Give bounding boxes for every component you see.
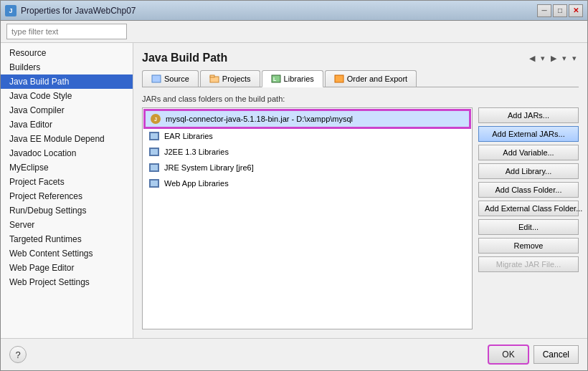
action-btn-7[interactable]: Remove <box>478 238 579 254</box>
list-item-4[interactable]: Web App Libraries <box>144 175 470 191</box>
tab-label-3: Order and Export <box>347 74 407 83</box>
list-item-1[interactable]: EAR Libraries <box>144 128 470 144</box>
sidebar-item-1[interactable]: Builders <box>1 60 133 74</box>
nav-dropdown2[interactable]: ▾ <box>560 52 569 64</box>
tab-label-2: Libraries <box>284 74 314 83</box>
list-item-label-2: J2EE 1.3 Libraries <box>164 148 229 156</box>
nav-menu[interactable]: ▾ <box>570 52 579 64</box>
tab-order-and-export[interactable]: Order and Export <box>325 70 417 87</box>
sidebar-list: ResourceBuildersJava Build PathJava Code… <box>1 46 133 289</box>
sidebar-item-10[interactable]: Project References <box>1 189 133 203</box>
tab-label-0: Source <box>164 74 189 83</box>
list-item-label-4: Web App Libraries <box>164 179 229 188</box>
lib-icon-2 <box>148 146 160 158</box>
tab-label-1: Projects <box>222 74 251 83</box>
action-btn-5[interactable]: Add External Class Folder... <box>478 201 579 216</box>
sidebar-item-15[interactable]: Web Page Editor <box>1 261 133 275</box>
svg-rect-7 <box>151 133 158 139</box>
bottom-bar: ? OK Cancel <box>1 338 587 370</box>
list-item-3[interactable]: JRE System Library [jre6] <box>144 160 470 175</box>
action-btn-6[interactable]: Edit... <box>478 219 579 235</box>
sidebar-item-12[interactable]: Server <box>1 218 133 232</box>
panel-body: Jmysql-connector-java-5.1.18-bin.jar - D… <box>142 107 579 329</box>
buttons-panel: Add JARs...Add External JARs...Add Varia… <box>478 107 579 329</box>
search-bar <box>1 21 587 43</box>
list-item-label-3: JRE System Library [jre6] <box>164 163 254 172</box>
search-input[interactable] <box>6 24 127 39</box>
action-btn-2[interactable]: Add Variable... <box>478 145 579 160</box>
cancel-button[interactable]: Cancel <box>534 345 579 364</box>
sidebar-item-9[interactable]: Project Facets <box>1 175 133 189</box>
list-item-0[interactable]: Jmysql-connector-java-5.1.18-bin.jar - D… <box>144 110 470 128</box>
library-list[interactable]: Jmysql-connector-java-5.1.18-bin.jar - D… <box>142 107 473 329</box>
action-btn-8: Migrate JAR File... <box>478 256 579 272</box>
libraries-tab-icon: L <box>271 74 281 84</box>
sidebar-item-0[interactable]: Resource <box>1 46 133 60</box>
svg-rect-9 <box>151 149 158 155</box>
action-btn-1[interactable]: Add External JARs... <box>478 126 579 142</box>
sidebar-item-4[interactable]: Java Compiler <box>1 103 133 117</box>
ok-button[interactable]: OK <box>488 344 528 365</box>
sidebar: ResourceBuildersJava Build PathJava Code… <box>1 43 133 338</box>
sidebar-item-3[interactable]: Java Code Style <box>1 89 133 103</box>
tab-libraries[interactable]: LLibraries <box>262 70 323 87</box>
content-area: ResourceBuildersJava Build PathJava Code… <box>1 43 587 338</box>
nav-back[interactable]: ◀ <box>527 52 537 64</box>
nav-arrows: ◀ ▾ ▶ ▾ ▾ <box>527 52 579 64</box>
title-bar: J Properties for JavaWebChp07 ─ □ ✕ <box>1 1 587 21</box>
sidebar-item-13[interactable]: Targeted Runtimes <box>1 232 133 246</box>
source-tab-icon <box>151 74 161 84</box>
lib-icon-4 <box>148 178 160 189</box>
sidebar-item-8[interactable]: MyEclipse <box>1 160 133 175</box>
minimize-button[interactable]: ─ <box>537 4 551 17</box>
window-title: Properties for JavaWebChp07 <box>21 6 537 16</box>
tab-source[interactable]: Source <box>142 70 199 87</box>
sidebar-item-16[interactable]: Web Project Settings <box>1 275 133 289</box>
window-icon: J <box>5 5 16 16</box>
help-button[interactable]: ? <box>9 346 27 363</box>
sidebar-item-14[interactable]: Web Content Settings <box>1 246 133 261</box>
tabs: SourceProjectsLLibrariesOrder and Export <box>142 70 579 87</box>
svg-rect-5 <box>335 75 343 82</box>
svg-rect-11 <box>151 165 158 170</box>
list-item-label-0: mysql-connector-java-5.1.18-bin.jar - D:… <box>166 115 353 123</box>
main-window: J Properties for JavaWebChp07 ─ □ ✕ Reso… <box>0 0 588 371</box>
maximize-button[interactable]: □ <box>553 4 567 17</box>
sidebar-item-7[interactable]: Javadoc Location <box>1 146 133 160</box>
panel-title: Java Build Path <box>142 52 527 64</box>
projects-tab-icon <box>209 74 219 84</box>
nav-dropdown1[interactable]: ▾ <box>539 52 547 64</box>
svg-rect-0 <box>152 75 161 82</box>
action-btn-3[interactable]: Add Library... <box>478 163 579 179</box>
lib-icon-1 <box>148 130 160 142</box>
action-btn-0[interactable]: Add JARs... <box>478 107 579 123</box>
svg-rect-2 <box>210 75 214 77</box>
sidebar-item-11[interactable]: Run/Debug Settings <box>1 203 133 218</box>
lib-icon-3 <box>148 162 160 173</box>
nav-forward[interactable]: ▶ <box>549 52 559 64</box>
list-label: JARs and class folders on the build path… <box>142 95 579 103</box>
list-item-label-1: EAR Libraries <box>164 132 213 140</box>
svg-rect-13 <box>151 180 158 186</box>
svg-text:L: L <box>273 77 277 82</box>
list-item-2[interactable]: J2EE 1.3 Libraries <box>144 144 470 160</box>
jar-icon-0: J <box>150 113 161 125</box>
sidebar-item-6[interactable]: Java EE Module Depend <box>1 132 133 146</box>
panel-header: Java Build Path ◀ ▾ ▶ ▾ ▾ <box>142 52 579 64</box>
sidebar-item-5[interactable]: Java Editor <box>1 117 133 132</box>
tab-projects[interactable]: Projects <box>200 70 260 87</box>
order and export-tab-icon <box>334 74 344 84</box>
main-panel: Java Build Path ◀ ▾ ▶ ▾ ▾ SourceProjects… <box>133 43 587 338</box>
close-button[interactable]: ✕ <box>569 4 583 17</box>
sidebar-item-2[interactable]: Java Build Path <box>1 74 133 89</box>
action-btn-4[interactable]: Add Class Folder... <box>478 182 579 198</box>
window-controls: ─ □ ✕ <box>537 4 583 17</box>
